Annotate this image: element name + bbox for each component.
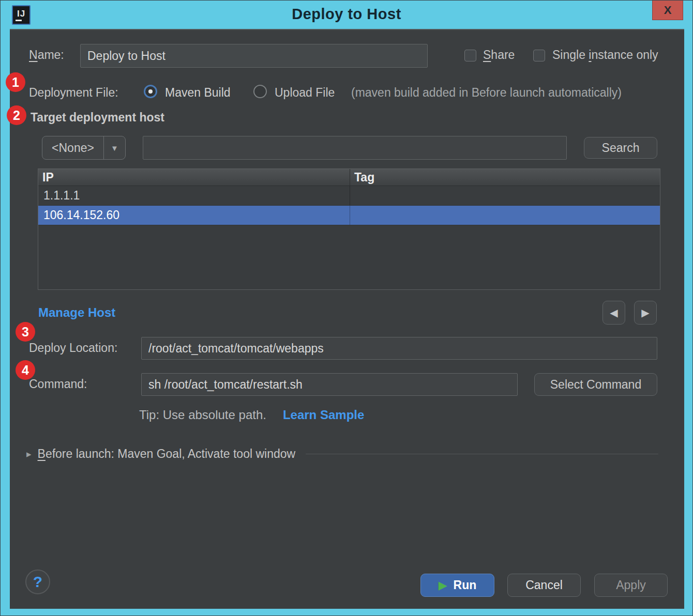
command-label: Command: bbox=[29, 377, 87, 391]
play-icon: ▶ bbox=[439, 580, 447, 591]
next-page-button[interactable]: ▶ bbox=[634, 301, 657, 325]
host-table-header: IP Tag bbox=[38, 169, 660, 186]
before-launch-label: Before launch: Maven Goal, Activate tool… bbox=[38, 447, 296, 461]
chevron-down-icon: ▼ bbox=[104, 136, 125, 159]
titlebar: Deploy to Host IJ X bbox=[1, 1, 692, 29]
tip-row: Tip: Use absolute path. Learn Sample bbox=[139, 408, 364, 422]
manage-host-link[interactable]: Manage Host bbox=[38, 305, 115, 320]
upload-file-label: Upload File bbox=[275, 86, 335, 100]
apply-button[interactable]: Apply bbox=[594, 574, 668, 597]
chevron-right-icon: ▸ bbox=[26, 449, 32, 459]
before-launch-toggle[interactable]: ▸ Before launch: Maven Goal, Activate to… bbox=[26, 447, 658, 461]
run-button[interactable]: ▶ Run bbox=[420, 574, 494, 597]
target-host-section-label: Target deployment host bbox=[31, 111, 164, 125]
table-row[interactable]: 1.1.1.1 bbox=[38, 186, 660, 206]
host-filter-dropdown[interactable]: <None> ▼ bbox=[42, 136, 126, 160]
deploy-to-host-window: Deploy to Host IJ X Name: Share Single i… bbox=[0, 0, 693, 616]
arrow-left-icon: ◀ bbox=[610, 306, 617, 319]
arrow-right-icon: ▶ bbox=[641, 306, 649, 319]
host-table: IP Tag 1.1.1.1 106.14.152.60 bbox=[38, 168, 660, 290]
cell-tag bbox=[350, 206, 660, 225]
intellij-logo-icon: IJ bbox=[12, 5, 31, 25]
cell-tag bbox=[350, 186, 660, 205]
annotation-badge-3: 3 bbox=[16, 322, 35, 342]
annotation-badge-1: 1 bbox=[6, 72, 25, 92]
column-header-ip[interactable]: IP bbox=[38, 169, 350, 186]
cell-ip: 106.14.152.60 bbox=[38, 206, 350, 225]
select-command-button[interactable]: Select Command bbox=[534, 373, 657, 396]
deploy-location-input[interactable] bbox=[141, 337, 657, 360]
single-instance-checkbox[interactable] bbox=[533, 50, 545, 61]
host-search-input[interactable] bbox=[143, 136, 567, 160]
deployment-file-note: (maven build added in Before launch auto… bbox=[351, 86, 622, 100]
close-icon: X bbox=[664, 4, 672, 17]
maven-build-radio[interactable] bbox=[144, 85, 157, 98]
dialog-body: Name: Share Single instance only Deploym… bbox=[10, 29, 684, 609]
column-header-tag[interactable]: Tag bbox=[350, 169, 660, 186]
deploy-location-label: Deploy Location: bbox=[29, 341, 117, 355]
window-title: Deploy to Host bbox=[1, 1, 692, 29]
annotation-badge-4: 4 bbox=[16, 360, 35, 380]
cancel-button[interactable]: Cancel bbox=[507, 574, 581, 597]
table-row[interactable]: 106.14.152.60 bbox=[38, 206, 660, 225]
annotation-badge-2: 2 bbox=[7, 105, 26, 125]
share-checkbox[interactable] bbox=[464, 50, 476, 61]
close-button[interactable]: X bbox=[652, 1, 683, 20]
help-button[interactable]: ? bbox=[25, 569, 50, 594]
name-label: Name: bbox=[29, 48, 64, 62]
host-filter-value: <None> bbox=[42, 136, 104, 159]
help-icon: ? bbox=[33, 573, 42, 591]
upload-file-radio[interactable] bbox=[253, 85, 267, 98]
previous-page-button[interactable]: ◀ bbox=[602, 301, 625, 325]
tip-text: Tip: Use absolute path. bbox=[139, 408, 266, 422]
share-label: Share bbox=[483, 48, 515, 62]
command-input[interactable] bbox=[141, 373, 518, 396]
name-input[interactable] bbox=[80, 44, 428, 68]
deployment-file-label: Deployment File: bbox=[29, 86, 118, 100]
search-button[interactable]: Search bbox=[584, 137, 657, 159]
single-instance-label: Single instance only bbox=[552, 48, 658, 62]
maven-build-label: Maven Build bbox=[165, 86, 231, 100]
cell-ip: 1.1.1.1 bbox=[38, 186, 350, 205]
learn-sample-link[interactable]: Learn Sample bbox=[283, 408, 364, 422]
section-divider bbox=[306, 454, 658, 454]
